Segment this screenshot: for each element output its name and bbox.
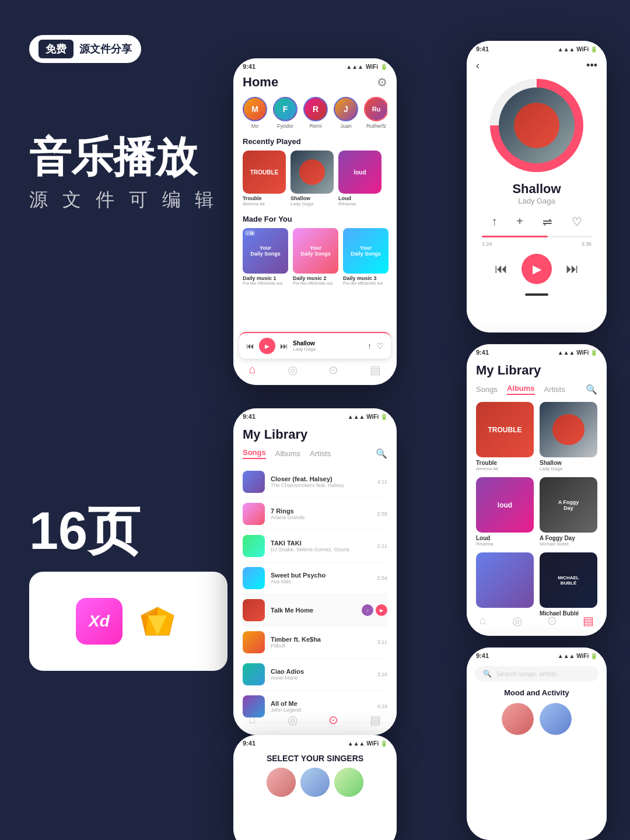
heart-action-icon[interactable]: ♡ xyxy=(572,215,582,229)
nav-profile-3[interactable]: ▤ xyxy=(370,713,381,727)
main-play-button[interactable]: ▶ xyxy=(522,254,552,284)
nav-discover-4[interactable]: ◎ xyxy=(512,614,522,628)
mood-singer-1[interactable] xyxy=(502,703,534,735)
playlist-2[interactable]: YourDaily Songs Daily music 2 Pra like e… xyxy=(293,228,338,285)
prev-button[interactable]: ⏮ xyxy=(246,341,254,351)
add-action-icon[interactable]: + xyxy=(516,215,523,229)
featured-artists-row: M Mo F Fyodor R Remi xyxy=(243,97,387,129)
select-singers-title: SELECT YOUR SINGERS xyxy=(242,754,388,763)
progress-bar[interactable] xyxy=(482,236,592,237)
avatar-item-4[interactable]: J Juan xyxy=(334,97,358,129)
nav-home-4[interactable]: ⌂ xyxy=(480,614,487,628)
album-loud[interactable]: loud Loud Rihanna xyxy=(338,150,382,206)
tab-artists[interactable]: Artists xyxy=(310,449,331,458)
status-time-5: 9:41 xyxy=(243,740,256,747)
grid-album-shallow[interactable]: Shallow Lady Gaga xyxy=(540,402,597,471)
song-item-6[interactable]: Timber ft. Ke$ha Pitbull 3:11 xyxy=(243,626,387,659)
grid-album-buble[interactable]: MICHAELBUBLÉ Michael Bublé xyxy=(540,552,597,617)
skip-back-button[interactable]: ⏮ xyxy=(495,261,508,276)
song-thumb-6 xyxy=(243,631,265,653)
mood-singer-2[interactable] xyxy=(540,703,572,735)
status-time-1: 9:41 xyxy=(243,63,256,70)
search-icon-lib-4[interactable]: 🔍 xyxy=(586,384,597,395)
singer-1[interactable] xyxy=(267,768,296,797)
song-item-1[interactable]: Closer (feat. Halsey) The Chainsmokers f… xyxy=(243,466,387,498)
avatar-name-5: Rutherfz xyxy=(366,123,386,129)
nav-discover-3[interactable]: ◎ xyxy=(288,713,298,727)
tab-albums-2[interactable]: Albums xyxy=(275,449,300,458)
grid-album-5[interactable] xyxy=(476,552,534,617)
playlist-3[interactable]: YourDaily Songs Daily music 3 Pra like e… xyxy=(343,228,388,285)
song-list: Closer (feat. Halsey) The Chainsmokers f… xyxy=(243,466,387,723)
share-icon[interactable]: ↑ xyxy=(368,341,372,351)
grid-album-loud[interactable]: loud Loud Rihanna xyxy=(476,477,534,547)
grid-album-trouble[interactable]: TROUBLE Trouble Aimena Ali xyxy=(476,402,534,471)
settings-icon[interactable]: ⚙ xyxy=(377,75,387,89)
pages-label: 16页 xyxy=(29,496,140,567)
nav-home-3[interactable]: ⌂ xyxy=(249,713,256,727)
album-grid: TROUBLE Trouble Aimena Ali Shallow Lady … xyxy=(476,402,597,617)
back-button[interactable]: ‹ xyxy=(476,60,480,72)
tab-albums-4[interactable]: Albums xyxy=(507,384,535,395)
song-item-2[interactable]: 7 Rings Ariana Grande 2:58 xyxy=(243,498,387,530)
search-bar[interactable]: 🔍 Search songs, artists... xyxy=(475,666,598,681)
nav-library[interactable]: ▤ xyxy=(370,363,381,377)
main-title: 音乐播放 xyxy=(29,134,218,180)
tools-badge: Xd xyxy=(29,572,228,671)
nav-explore-4[interactable]: ⊙ xyxy=(547,614,557,628)
nav-discover[interactable]: ◎ xyxy=(288,363,298,377)
singer-3[interactable] xyxy=(334,768,363,797)
song-item-3[interactable]: TAKI TAKI DJ Snake, Selena Gomez, Ozuna … xyxy=(243,530,387,562)
more-menu-button[interactable]: ••• xyxy=(586,60,597,72)
nav-library-active-3[interactable]: ⊙ xyxy=(328,713,338,727)
song-thumb-7 xyxy=(243,663,265,685)
next-button[interactable]: ⏭ xyxy=(280,341,288,351)
search-icon-lib[interactable]: 🔍 xyxy=(376,448,387,459)
status-bar-1: 9:41 ▲▲▲ WiFi 🔋 xyxy=(233,58,397,72)
bottom-nav-3: ⌂ ◎ ⊙ ▤ xyxy=(233,709,397,730)
tab-songs[interactable]: Songs xyxy=(243,448,266,459)
home-title: Home xyxy=(243,75,278,90)
made-for-you-list: ♪ la YourDaily Songs Daily music 1 Pra l… xyxy=(243,228,387,285)
nav-library-active-4[interactable]: ▤ xyxy=(583,614,594,628)
playlist-1[interactable]: ♪ la YourDaily Songs Daily music 1 Pra l… xyxy=(243,228,288,285)
song-thumb-4 xyxy=(243,567,265,589)
song-thumb-1 xyxy=(243,471,265,493)
skip-forward-button[interactable]: ⏭ xyxy=(566,261,579,276)
avatar-item-5[interactable]: Ru Rutherfz xyxy=(364,97,387,129)
tab-artists-4[interactable]: Artists xyxy=(544,385,565,394)
avatar-item-3[interactable]: R Remi xyxy=(303,97,328,129)
song-item-7[interactable]: Ciao Adios Anne-Marie 3:16 xyxy=(243,659,387,691)
bottom-nav-4: ⌂ ◎ ⊙ ▤ xyxy=(467,610,607,631)
nav-home[interactable]: ⌂ xyxy=(249,363,256,377)
avatar-name-2: Fyodor xyxy=(277,123,293,129)
grid-album-foggy[interactable]: A FoggyDay A Foggy Day Michael Bublé xyxy=(540,477,597,547)
phone-select-singers: 9:41 ▲▲▲ WiFi 🔋 SELECT YOUR SINGERS xyxy=(233,735,397,840)
avatar-name-1: Mo xyxy=(251,123,259,129)
tab-songs-4[interactable]: Songs xyxy=(476,385,498,394)
mini-player-1[interactable]: ⏮ ▶ ⏭ Shallow Lady Gaga ↑ ♡ xyxy=(239,332,391,359)
avatar-name-4: Juan xyxy=(340,123,352,129)
avatar-item-2[interactable]: F Fyodor xyxy=(273,97,298,129)
singer-2[interactable] xyxy=(300,768,330,797)
avatar-item-1[interactable]: M Mo xyxy=(243,97,267,129)
progress-current: 1:24 xyxy=(482,241,492,247)
status-bar-4: 9:41 ▲▲▲ WiFi 🔋 xyxy=(467,344,607,358)
album-trouble[interactable]: TROUBLE Trouble Aimena Ali xyxy=(243,150,286,206)
song-item-5[interactable]: Talk Me Home ♪ ▶ xyxy=(243,594,387,626)
song-thumb-2 xyxy=(243,503,265,525)
sketch-icon xyxy=(134,598,181,645)
song-item-4[interactable]: Sweet but Psycho Ava Max 2:54 xyxy=(243,562,387,594)
status-time-6: 9:41 xyxy=(476,652,489,659)
sub-title: 源 文 件 可 编 辑 xyxy=(29,187,218,213)
album-shallow[interactable]: Shallow Lady Gaga xyxy=(290,150,334,206)
heart-icon[interactable]: ♡ xyxy=(376,341,384,351)
shuffle-action-icon[interactable]: ⇌ xyxy=(542,215,552,229)
status-time-2: 9:41 xyxy=(476,46,489,52)
nav-explore[interactable]: ⊙ xyxy=(328,363,338,377)
search-icon-bar: 🔍 xyxy=(483,670,492,678)
play-pause-button[interactable]: ▶ xyxy=(259,338,275,354)
mood-title: Mood and Activity xyxy=(475,688,598,697)
badge-file-label: 源文件分享 xyxy=(79,42,132,56)
share-action-icon[interactable]: ↑ xyxy=(491,215,497,229)
